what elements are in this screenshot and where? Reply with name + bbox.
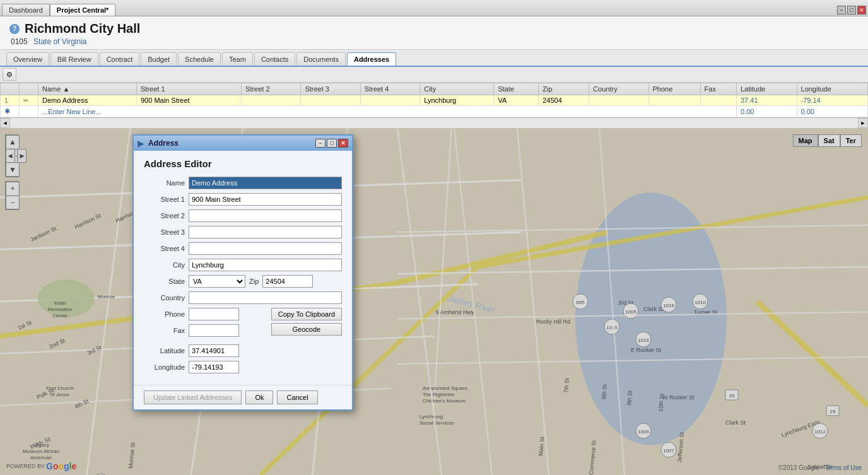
modal-maximize-button[interactable]: □ — [327, 139, 337, 148]
street2-label: Street 2 — [144, 212, 185, 220]
tab-bill-review[interactable]: Bill Review — [50, 52, 98, 66]
cancel-button[interactable]: Cancel — [277, 390, 317, 404]
new-line-lat: 0.00 — [736, 106, 797, 117]
table-row[interactable]: 1 ✏ Demo Address 900 Main Street Lynchbu… — [1, 95, 868, 106]
country-input[interactable] — [189, 291, 342, 304]
street4-row: Street 4 — [144, 242, 342, 255]
page-header: ? Richmond City Hall 0105 State of Virgi… — [0, 16, 868, 50]
tab-overview[interactable]: Overview — [6, 52, 49, 66]
tab-addresses[interactable]: Addresses — [347, 52, 396, 66]
tab-dashboard[interactable]: Dashboard — [2, 4, 50, 16]
modal-footer: Update Linked Addresses Ok Cancel — [134, 385, 352, 409]
update-linked-button[interactable]: Update Linked Addresses — [144, 390, 242, 404]
scroll-left-arrow[interactable]: ◄ — [0, 118, 10, 128]
zip-label: Zip — [249, 278, 259, 285]
col-city: City — [420, 83, 494, 95]
tab-contacts[interactable]: Contacts — [254, 52, 295, 66]
action-buttons: Copy To Clipboard Geocode — [271, 308, 342, 336]
cell-city: Lynchburg — [420, 95, 494, 106]
state-select[interactable]: VA — [189, 275, 245, 288]
phone-input[interactable] — [189, 308, 239, 320]
new-line-label: ...Enter New Line... — [38, 106, 737, 117]
grid-settings-button[interactable]: ⚙ — [3, 68, 16, 81]
longitude-row: Longitude — [144, 361, 342, 373]
col-phone: Phone — [648, 83, 700, 95]
modal-overlay: ▶ Address − □ ✕ Address Editor Name — [0, 128, 868, 475]
state-label: State — [144, 278, 185, 285]
cell-state: VA — [494, 95, 539, 106]
modal-minimize-button[interactable]: − — [315, 139, 326, 148]
street3-input[interactable] — [189, 226, 342, 238]
cell-name: Demo Address — [38, 95, 137, 106]
street2-row: Street 2 — [144, 209, 342, 222]
col-name: Name ▲ — [38, 83, 137, 95]
country-label: Country — [144, 294, 185, 302]
data-grid: Name ▲ Street 1 Street 2 Street 3 Street… — [0, 83, 868, 117]
col-street3: Street 3 — [301, 83, 360, 95]
name-input[interactable] — [189, 177, 342, 189]
street1-row: Street 1 — [144, 193, 342, 206]
modal-titlebar: ▶ Address − □ ✕ — [134, 136, 352, 151]
latitude-input[interactable] — [189, 344, 239, 357]
col-country: Country — [589, 83, 648, 95]
phone-row: Phone — [144, 308, 264, 320]
row-edit-icon[interactable]: ✏ — [20, 95, 38, 106]
map-container: Jackson St Harrison St Harrison St 1st S… — [0, 128, 868, 475]
main-layout: ? Richmond City Hall 0105 State of Virgi… — [0, 16, 868, 475]
close-button[interactable]: ✕ — [857, 6, 866, 15]
street4-input[interactable] — [189, 242, 342, 255]
grid-area: ⚙ Name ▲ Street 1 Street 2 Street 3 Stre… — [0, 67, 868, 128]
tab-documents[interactable]: Documents — [296, 52, 346, 66]
horizontal-scrollbar[interactable]: ◄ ► — [0, 117, 868, 127]
new-line-lon: 0.00 — [797, 106, 867, 117]
tab-bar: Dashboard Project Central* − □ ✕ — [0, 0, 868, 16]
col-rownum — [1, 83, 20, 95]
address-modal: ▶ Address − □ ✕ Address Editor Name — [132, 134, 353, 411]
minimize-button[interactable]: − — [837, 6, 846, 15]
grid-toolbar: ⚙ — [0, 67, 868, 83]
copy-clipboard-button[interactable]: Copy To Clipboard — [271, 308, 342, 320]
cell-latitude: 37.41 — [736, 95, 797, 106]
cell-zip: 24504 — [539, 95, 589, 106]
modal-close-button[interactable]: ✕ — [338, 139, 348, 148]
fax-row: Fax — [144, 324, 264, 337]
new-line-row[interactable]: ✱ ...Enter New Line... 0.00 0.00 — [1, 106, 868, 117]
city-input[interactable] — [189, 259, 342, 271]
col-street1: Street 1 — [136, 83, 241, 95]
fax-input[interactable] — [189, 324, 239, 337]
street2-input[interactable] — [189, 209, 342, 222]
cell-street4 — [360, 95, 419, 106]
zip-input[interactable] — [262, 275, 313, 288]
nav-tabs: Overview Bill Review Contract Budget Sch… — [0, 50, 868, 67]
state-zip-row: State VA Zip — [144, 275, 342, 288]
cell-street2 — [242, 95, 301, 106]
tab-team[interactable]: Team — [222, 52, 253, 66]
scroll-track[interactable] — [10, 118, 858, 128]
col-longitude: Longitude — [797, 83, 867, 95]
tab-budget[interactable]: Budget — [141, 52, 177, 66]
geocode-button[interactable]: Geocode — [271, 323, 342, 336]
ok-button[interactable]: Ok — [245, 390, 273, 404]
street3-label: Street 3 — [144, 228, 185, 236]
cell-longitude: -79.14 — [797, 95, 867, 106]
latitude-row: Latitude — [144, 344, 342, 357]
window-controls: − □ ✕ — [837, 6, 866, 16]
page-title: ? Richmond City Hall — [9, 21, 859, 36]
cell-street1: 900 Main Street — [136, 95, 241, 106]
col-street4: Street 4 — [360, 83, 419, 95]
modal-window-buttons: − □ ✕ — [315, 139, 348, 148]
tab-schedule[interactable]: Schedule — [178, 52, 221, 66]
scroll-right-arrow[interactable]: ► — [858, 118, 868, 128]
street1-input[interactable] — [189, 193, 342, 206]
street3-row: Street 3 — [144, 226, 342, 238]
help-icon[interactable]: ? — [9, 24, 20, 34]
name-label: Name — [144, 179, 185, 187]
tab-project-central[interactable]: Project Central* — [50, 4, 116, 16]
cell-street3 — [301, 95, 360, 106]
tab-contract[interactable]: Contract — [100, 52, 140, 66]
new-line-star: ✱ — [1, 106, 20, 117]
longitude-input[interactable] — [189, 361, 239, 373]
phone-label: Phone — [144, 310, 185, 318]
maximize-button[interactable]: □ — [847, 6, 856, 15]
row-number: 1 — [1, 95, 20, 106]
